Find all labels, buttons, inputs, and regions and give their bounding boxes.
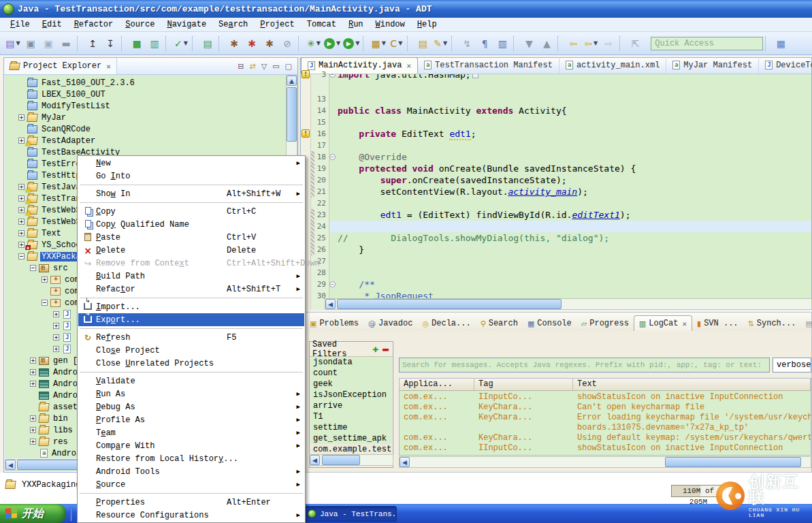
tree-item-scanqrcode[interactable]: ScanQRCode [18, 123, 92, 135]
skip-breakpoints-icon[interactable]: ⊘ [279, 35, 295, 52]
menu-item-debug-as[interactable]: Debug As▶ [78, 400, 304, 413]
logcat-hscrollbar[interactable]: ◀ [399, 456, 811, 468]
add-filter-icon[interactable]: ✚ [372, 343, 378, 355]
scroll-left-icon[interactable]: ◀ [5, 460, 16, 470]
pin-editor-icon[interactable]: ⇱ [627, 35, 643, 52]
logcat-level-dropdown[interactable]: verbose ▼ [773, 358, 811, 373]
scroll-left-icon[interactable]: ◀ [325, 299, 336, 309]
close-view-icon[interactable]: ✕ [106, 62, 111, 71]
logcat-filter-item[interactable]: T1 [310, 411, 392, 422]
menubar-item-window[interactable]: Window [370, 18, 411, 31]
menubar-item-edit[interactable]: Edit [36, 18, 68, 31]
logcat-filter-item[interactable]: isJsonException [310, 390, 392, 400]
forward-icon[interactable]: ⇨ [600, 35, 617, 52]
tree-expander-icon[interactable]: + [18, 138, 25, 144]
menubar-item-refactor[interactable]: Refactor [68, 18, 120, 31]
tree-item-com[interactable]: −com [42, 297, 81, 308]
tree-expander-icon[interactable]: + [18, 230, 25, 236]
editor-tab-activity-main-xml[interactable]: activity_main.xml [559, 57, 666, 74]
tree-item-testjava[interactable]: +TestJava [18, 181, 82, 193]
menu-item-go-into[interactable]: Go Into [78, 170, 304, 183]
menubar-item-source[interactable]: Source [119, 18, 161, 31]
tree-item-libs[interactable]: +libs [30, 424, 74, 436]
import-tray-icon[interactable]: ↥ [84, 35, 101, 52]
tree-item[interactable]: + [53, 343, 76, 355]
taskbar-task-eclipse[interactable]: Java - TestTrans... [303, 506, 397, 522]
tree-expander-icon[interactable]: + [18, 207, 25, 213]
menubar-item-search[interactable]: Search [212, 18, 254, 31]
tree-item-com[interactable]: com [42, 285, 81, 297]
menu-item-build-path[interactable]: Build Path▶ [78, 270, 304, 283]
logcat-search-input[interactable] [399, 358, 770, 373]
tree-expander-icon[interactable]: + [30, 358, 36, 364]
menu-item-remove-from-context[interactable]: ↪Remove from ContextCtrl+Alt+Shift+Down [78, 257, 304, 270]
fold-marker-icon[interactable]: − [329, 154, 336, 160]
menubar-item-file[interactable]: File [4, 18, 36, 31]
run-icon[interactable]: ▶▼ [323, 35, 341, 52]
view-tab-progress[interactable]: ▱Progress [576, 316, 634, 331]
logcat-filter-item[interactable]: geek [310, 379, 392, 390]
logcat-filter-item[interactable]: com.example.testtra [310, 444, 392, 455]
logcat-column-header[interactable]: Applica... [400, 379, 474, 390]
validate-check-icon[interactable]: ✓▼ [173, 35, 189, 52]
menu-item-team[interactable]: Team▶ [78, 426, 304, 439]
mark-occurrences-icon[interactable]: ✎▼ [432, 35, 449, 52]
prev-annotation-icon[interactable]: ▲ [538, 35, 555, 52]
tree-expander-icon[interactable]: − [18, 253, 25, 259]
logcat-filter-item[interactable]: jsondata [310, 357, 392, 368]
menu-item-import[interactable]: Import... [78, 300, 304, 313]
close-tab-icon[interactable]: ✕ [406, 61, 411, 70]
scroll-thumb[interactable] [17, 460, 80, 470]
garbage-collect-icon[interactable] [727, 486, 737, 496]
editor-hscrollbar[interactable]: ◀ [300, 298, 812, 310]
new-c-icon[interactable]: C▼ [388, 35, 404, 52]
tree-expander-icon[interactable]: + [30, 427, 36, 433]
view-tab-search[interactable]: ⚲Search [476, 316, 523, 331]
menu-item-refactor[interactable]: RefactorAlt+Shift+T▶ [78, 283, 304, 296]
tree-expander-icon[interactable]: + [18, 114, 25, 121]
java-perspective-icon[interactable]: ▦ [773, 35, 789, 52]
menu-item-copy[interactable]: CopyCtrl+C [78, 205, 304, 218]
menubar-item-project[interactable]: Project [254, 18, 300, 31]
maximize-view-icon[interactable]: ▢ [285, 62, 292, 71]
start-button[interactable]: 开始 [0, 504, 66, 523]
editor-tab-testtransaction-manifest[interactable]: TestTransaction Manifest [418, 57, 559, 74]
tree-expander-icon[interactable]: + [53, 346, 59, 352]
view-tab-synch[interactable]: ⇅Synch... [743, 316, 801, 331]
view-menu-icon[interactable]: ▽ [261, 62, 267, 71]
tree-item-res[interactable]: +res [30, 436, 69, 447]
menu-item-compare-with[interactable]: Compare With▶ [78, 439, 304, 452]
logcat-filter-item[interactable]: get_settime_apk [310, 433, 392, 444]
fold-marker-icon[interactable]: − [329, 74, 336, 78]
menu-item-show-in[interactable]: Show InAlt+Shift+W▶ [78, 187, 304, 200]
android-sdk-icon[interactable]: ■ [129, 35, 145, 52]
menu-item-profile-as[interactable]: Profile As▶ [78, 413, 304, 426]
remove-filter-icon[interactable]: ▬ [383, 343, 389, 355]
tree-item-androi[interactable]: Androi [30, 447, 82, 458]
editor-code[interactable]: −import java.util.HashMap;public class M… [329, 74, 811, 310]
last-edit-icon[interactable]: ↯ [459, 35, 475, 52]
tree-item-androi[interactable]: +Androi [30, 378, 84, 390]
tree-expander-icon[interactable]: − [30, 265, 36, 271]
scroll-left-icon[interactable]: ◀ [400, 457, 410, 467]
logcat-filter-item[interactable]: settime [310, 422, 392, 433]
tree-item-text[interactable]: +Text [18, 227, 63, 239]
editor-tab-devicetools-java[interactable]: DeviceTools.java [759, 57, 812, 74]
view-tab-decla[interactable]: ◎Decla... [417, 316, 475, 331]
logcat-filter-item[interactable]: arrive [310, 400, 392, 411]
quick-access-input[interactable] [651, 37, 763, 50]
tree-expander-icon[interactable]: + [42, 276, 48, 283]
export-tray-icon[interactable]: ↧ [102, 35, 118, 52]
editor-tab-myjar-manifest[interactable]: MyJar Manifest [666, 57, 759, 74]
save-all-icon[interactable]: ▣ [40, 35, 56, 52]
tree-expander-icon[interactable]: + [30, 415, 36, 422]
tree-item-src[interactable]: −src [30, 262, 69, 274]
view-tab-logcat[interactable]: ▥LogCat✕ [634, 315, 692, 331]
tree-item-modifytestlist[interactable]: ModifyTestList [18, 100, 112, 112]
tree-expander-icon[interactable]: + [53, 311, 59, 317]
next-annotation-icon[interactable]: ▼ [521, 35, 537, 52]
tree-expander-icon[interactable]: + [53, 334, 59, 340]
scroll-thumb[interactable] [322, 455, 360, 465]
menubar-item-navigate[interactable]: Navigate [161, 18, 212, 31]
menu-item-close-unrelated-projects[interactable]: Close Unrelated Projects [78, 357, 304, 370]
